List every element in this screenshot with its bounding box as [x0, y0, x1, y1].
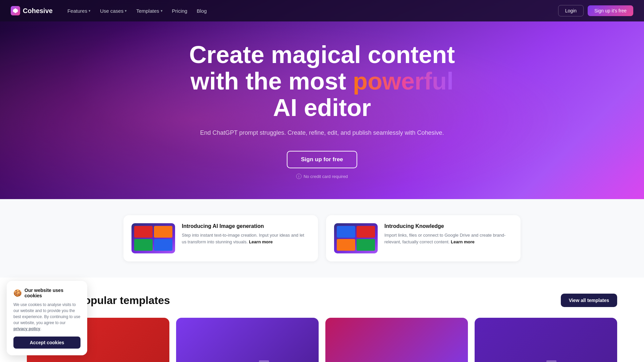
signup-button[interactable]: Sign up it's free: [588, 5, 633, 16]
hero-subtitle: End ChatGPT prompt struggles. Create, re…: [182, 128, 462, 138]
template-cards: [27, 318, 617, 362]
templates-section: Our most popular templates View all temp…: [0, 278, 644, 362]
logo-text: Cohesive: [23, 7, 53, 15]
thumb-block-red: [134, 226, 153, 238]
hero-content: Create magical content with the most pow…: [171, 21, 473, 199]
thumb-block-orange: [154, 226, 172, 238]
cookie-title: Our website uses cookies: [24, 288, 80, 298]
template-card-other[interactable]: [475, 318, 617, 362]
login-button[interactable]: Login: [558, 5, 584, 16]
chevron-down-icon: ▾: [89, 9, 91, 13]
audio-wave-decoration-2: [475, 358, 617, 362]
thumb-block-blue2: [337, 226, 355, 238]
template-card-instagram[interactable]: [325, 318, 468, 362]
feature-desc-knowledge: Import links, files or connect to Google…: [384, 232, 513, 245]
chevron-down-icon: ▾: [125, 9, 127, 13]
chevron-down-icon: ▾: [161, 9, 163, 13]
thumb-block-blue: [154, 239, 172, 251]
cookie-emoji: 🍪: [13, 289, 22, 297]
navbar: Cohesive Features ▾ Use cases ▾ Template…: [0, 0, 644, 21]
nav-use-cases[interactable]: Use cases ▾: [96, 5, 131, 16]
feature-learn-more-knowledge[interactable]: Learn more: [451, 239, 475, 244]
thumb-block-orange2: [337, 239, 355, 251]
feature-title-knowledge: Introducing Knowledge: [384, 223, 513, 229]
cookie-text: We use cookies to analyse visits to our …: [13, 302, 80, 332]
features-section: Introducing AI Image generation Step int…: [0, 199, 644, 278]
hero-section: Create magical content with the most pow…: [0, 0, 644, 199]
feature-thumb-image: [131, 223, 175, 253]
nav-links: Features ▾ Use cases ▾ Templates ▾ Prici…: [63, 5, 211, 16]
hero-cta-button[interactable]: Sign up for free: [287, 151, 357, 168]
nav-blog[interactable]: Blog: [193, 5, 211, 16]
navbar-left: Cohesive Features ▾ Use cases ▾ Template…: [11, 5, 211, 16]
hero-title: Create magical content with the most pow…: [182, 42, 462, 121]
view-all-templates-button[interactable]: View all templates: [561, 294, 617, 307]
thumb-block-red2: [357, 226, 375, 238]
feature-thumb-inner: [131, 223, 175, 253]
feature-title-image: Introducing AI Image generation: [182, 223, 310, 229]
nav-features[interactable]: Features ▾: [63, 5, 95, 16]
hero-note: i No credit card required: [182, 174, 462, 179]
svg-marker-0: [13, 8, 18, 13]
nav-pricing[interactable]: Pricing: [168, 5, 192, 16]
logo-icon: [11, 6, 20, 15]
feature-desc-image: Step into instant text-to-image creation…: [182, 232, 310, 245]
feature-text-knowledge: Introducing Knowledge Import links, file…: [384, 223, 513, 245]
thumb-block-green2: [357, 239, 375, 251]
feature-thumb-inner-knowledge: [334, 223, 378, 253]
cookie-header: 🍪 Our website uses cookies: [13, 288, 80, 298]
feature-text-image: Introducing AI Image generation Step int…: [182, 223, 310, 245]
nav-templates[interactable]: Templates ▾: [132, 5, 166, 16]
logo[interactable]: Cohesive: [11, 6, 53, 15]
template-card-audio[interactable]: [176, 318, 319, 362]
feature-thumb-knowledge: [334, 223, 378, 253]
feature-card-knowledge: Introducing Knowledge Import links, file…: [326, 215, 521, 261]
cookie-banner: 🍪 Our website uses cookies We use cookie…: [7, 281, 87, 355]
navbar-right: Login Sign up it's free: [558, 5, 633, 16]
privacy-policy-link[interactable]: privacy policy: [13, 326, 40, 331]
thumb-block-green: [134, 239, 153, 251]
feature-learn-more-image[interactable]: Learn more: [249, 239, 273, 244]
templates-header: Our most popular templates View all temp…: [27, 294, 617, 307]
feature-card-image: Introducing AI Image generation Step int…: [123, 215, 318, 261]
info-icon: i: [296, 174, 302, 179]
accept-cookies-button[interactable]: Accept cookies: [13, 337, 80, 349]
audio-wave-decoration: [176, 358, 319, 362]
